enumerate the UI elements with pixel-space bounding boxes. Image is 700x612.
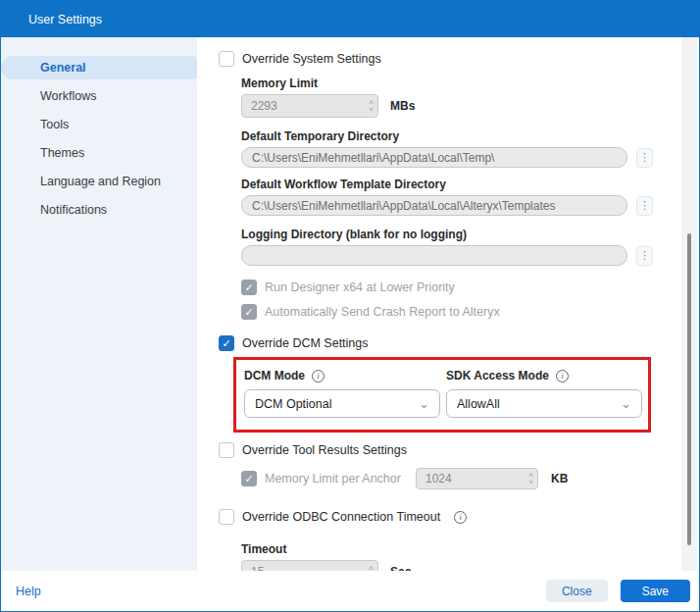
timeout-label: Timeout [241, 542, 699, 556]
memory-limit-unit: MBs [390, 99, 415, 113]
sdk-access-mode-select[interactable]: AllowAll ⌄ [446, 389, 642, 418]
memory-per-anchor-label: Memory Limit per Anchor [265, 472, 408, 485]
memory-limit-label: Memory Limit [241, 76, 699, 90]
override-tool-results-checkbox[interactable]: ✓ [219, 442, 234, 458]
override-odbc-checkbox[interactable]: ✓ [219, 509, 234, 525]
dcm-mode-value: DCM Optional [255, 397, 332, 411]
spinner-arrows-icon[interactable]: ˄˅ [369, 561, 374, 571]
kebab-icon: ⋮ [639, 151, 650, 164]
run-x64-label: Run Designer x64 at Lower Priority [265, 280, 455, 294]
odbc-timeout-info-icon[interactable]: i [454, 511, 467, 524]
memory-limit-stepper: ˄˅ [241, 94, 378, 118]
sidebar-item-tools[interactable]: Tools [1, 113, 197, 136]
close-button[interactable]: Close [546, 580, 608, 602]
sidebar-item-general[interactable]: General [1, 56, 203, 79]
crash-report-label: Automatically Send Crash Report to Alter… [265, 305, 500, 319]
override-odbc-row: ✓ Override ODBC Connection Timeout i [219, 509, 699, 525]
chevron-down-icon: ⌄ [621, 397, 631, 410]
sdk-access-mode-info-icon[interactable]: i [556, 370, 569, 382]
scrollbar-thumb[interactable] [687, 233, 691, 545]
kebab-icon: ⋮ [639, 249, 650, 262]
override-odbc-label: Override ODBC Connection Timeout [242, 510, 440, 524]
chevron-down-icon: ⌄ [419, 397, 429, 410]
memory-per-anchor-row: ✓ Memory Limit per Anchor ˄˅ KB [241, 468, 699, 489]
temp-directory-input[interactable] [241, 147, 627, 168]
override-system-settings-label: Override System Settings [242, 52, 381, 66]
user-settings-dialog: User Settings General Workflows Tools Th… [0, 0, 700, 612]
override-dcm-checkbox[interactable]: ✓ [219, 335, 234, 351]
override-dcm-row: ✓ Override DCM Settings [219, 335, 699, 351]
override-system-settings-checkbox[interactable]: ✓ [219, 51, 234, 67]
override-system-settings-row: ✓ Override System Settings [219, 51, 699, 67]
spinner-arrows-icon[interactable]: ˄˅ [528, 469, 533, 488]
memory-per-anchor-unit: KB [551, 472, 568, 485]
memory-limit-input[interactable] [241, 94, 378, 118]
memory-per-anchor-input[interactable] [416, 468, 538, 489]
dcm-mode-label: DCM Mode [244, 369, 305, 382]
run-x64-checkbox: ✓ [241, 280, 257, 295]
logging-directory-browse-button[interactable]: ⋮ [636, 246, 653, 266]
crash-report-row: ✓ Automatically Send Crash Report to Alt… [241, 304, 699, 320]
override-tool-results-label: Override Tool Results Settings [242, 443, 407, 457]
save-button[interactable]: Save [621, 580, 690, 602]
dcm-highlight-box: DCM Mode i DCM Optional ⌄ SDK Access Mod… [233, 357, 651, 433]
title-bar: User Settings [1, 1, 699, 37]
sidebar-item-themes[interactable]: Themes [1, 141, 197, 165]
memory-per-anchor-stepper: ˄˅ [416, 468, 538, 489]
settings-sidebar: General Workflows Tools Themes Language … [1, 37, 197, 571]
run-x64-row: ✓ Run Designer x64 at Lower Priority [241, 280, 699, 295]
kebab-icon: ⋮ [639, 199, 650, 212]
settings-content: ✓ Override System Settings Memory Limit … [197, 37, 699, 571]
sdk-access-mode-value: AllowAll [457, 397, 500, 411]
dialog-title: User Settings [28, 13, 102, 26]
spinner-arrows-icon[interactable]: ˄˅ [369, 95, 374, 117]
template-directory-input[interactable] [241, 195, 627, 216]
sidebar-item-notifications[interactable]: Notifications [1, 198, 197, 222]
dcm-mode-info-icon[interactable]: i [312, 370, 325, 382]
memory-per-anchor-checkbox: ✓ [241, 471, 257, 486]
crash-report-checkbox: ✓ [241, 304, 257, 320]
dcm-mode-select[interactable]: DCM Optional ⌄ [244, 389, 440, 418]
template-directory-browse-button[interactable]: ⋮ [636, 196, 653, 216]
temp-directory-browse-button[interactable]: ⋮ [636, 148, 653, 168]
help-link[interactable]: Help [16, 585, 41, 598]
logging-directory-label: Logging Directory (blank for no logging) [241, 228, 699, 241]
vertical-scrollbar[interactable] [681, 37, 697, 571]
temp-directory-label: Default Temporary Directory [241, 129, 699, 143]
sdk-access-mode-label: SDK Access Mode [446, 369, 549, 382]
dialog-footer: Help Close Save [1, 571, 699, 611]
timeout-input[interactable] [241, 560, 378, 571]
sidebar-item-workflows[interactable]: Workflows [1, 84, 197, 108]
sidebar-item-language-region[interactable]: Language and Region [1, 170, 197, 193]
template-directory-label: Default Workflow Template Directory [241, 178, 699, 191]
override-dcm-label: Override DCM Settings [242, 336, 369, 350]
logging-directory-input[interactable] [241, 245, 627, 266]
timeout-stepper: ˄˅ [241, 560, 378, 571]
override-tool-results-row: ✓ Override Tool Results Settings [219, 442, 699, 458]
